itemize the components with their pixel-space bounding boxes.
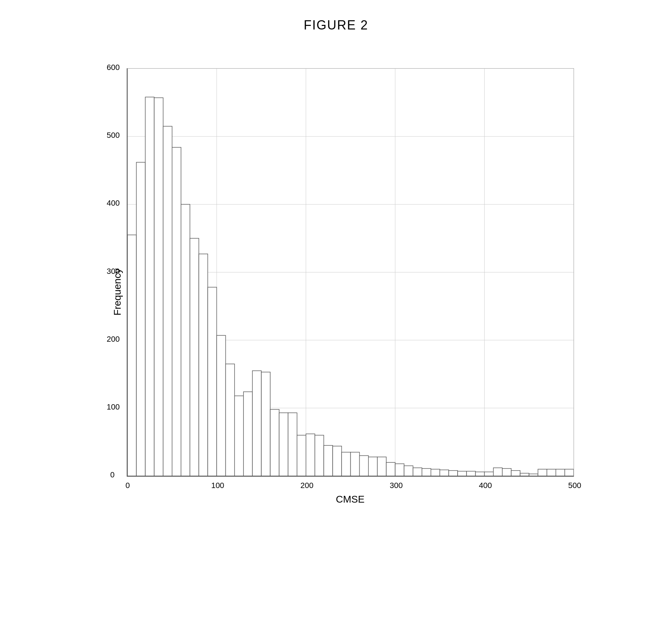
svg-rect-61 <box>556 469 564 476</box>
y-tick-200: 200 <box>107 335 120 344</box>
y-tick-500: 500 <box>107 131 120 140</box>
svg-rect-33 <box>306 434 315 476</box>
svg-rect-47 <box>431 469 439 476</box>
svg-rect-38 <box>350 452 359 476</box>
x-tick-500: 500 <box>568 481 581 490</box>
svg-rect-59 <box>538 469 547 476</box>
svg-rect-14 <box>136 162 145 476</box>
svg-rect-41 <box>377 457 386 476</box>
svg-rect-24 <box>225 364 234 476</box>
svg-rect-51 <box>466 471 475 476</box>
svg-rect-57 <box>520 473 529 476</box>
svg-rect-56 <box>511 471 520 476</box>
svg-rect-50 <box>458 471 466 476</box>
figure-title: FIGURE 2 <box>304 18 368 33</box>
svg-rect-22 <box>208 287 217 476</box>
svg-rect-29 <box>270 410 279 476</box>
svg-rect-32 <box>297 435 306 476</box>
svg-rect-60 <box>547 469 556 476</box>
svg-rect-18 <box>172 147 181 476</box>
svg-rect-35 <box>324 445 333 476</box>
y-tick-300: 300 <box>107 267 120 276</box>
x-tick-100: 100 <box>211 481 224 490</box>
chart-area: 0 100 200 300 400 500 600 0 100 200 300 … <box>127 68 574 477</box>
svg-rect-34 <box>315 435 323 476</box>
y-tick-0: 0 <box>110 470 115 480</box>
svg-rect-31 <box>288 413 297 476</box>
chart-container: Frequency 0 100 200 300 400 500 600 0 10… <box>88 61 585 523</box>
svg-rect-20 <box>190 238 198 476</box>
svg-rect-40 <box>368 457 377 476</box>
svg-rect-15 <box>145 97 154 476</box>
y-tick-600: 600 <box>107 63 120 72</box>
chart-svg <box>127 69 574 476</box>
svg-rect-26 <box>243 392 252 476</box>
svg-rect-17 <box>163 126 172 476</box>
svg-rect-54 <box>493 468 502 476</box>
svg-rect-42 <box>386 462 395 476</box>
svg-rect-19 <box>181 204 190 476</box>
svg-rect-16 <box>154 98 163 476</box>
x-tick-400: 400 <box>479 481 492 490</box>
svg-rect-49 <box>449 471 458 476</box>
x-tick-300: 300 <box>390 481 403 490</box>
svg-rect-46 <box>422 469 431 476</box>
x-tick-200: 200 <box>300 481 313 490</box>
svg-rect-30 <box>279 413 288 476</box>
svg-rect-62 <box>564 469 573 476</box>
svg-rect-28 <box>261 372 270 476</box>
x-tick-0: 0 <box>126 481 130 490</box>
svg-rect-23 <box>217 335 225 476</box>
svg-rect-58 <box>529 474 538 476</box>
y-tick-400: 400 <box>107 199 120 208</box>
svg-rect-55 <box>502 469 511 476</box>
x-axis-label: CMSE <box>127 494 574 505</box>
svg-rect-44 <box>404 466 413 476</box>
svg-rect-43 <box>395 464 404 476</box>
svg-rect-27 <box>252 371 261 476</box>
y-tick-100: 100 <box>107 402 120 412</box>
svg-rect-39 <box>359 456 368 476</box>
svg-rect-37 <box>342 452 350 476</box>
svg-rect-36 <box>333 446 342 476</box>
svg-rect-52 <box>475 472 484 476</box>
svg-rect-25 <box>234 396 243 476</box>
svg-rect-48 <box>439 470 448 476</box>
svg-rect-45 <box>413 468 422 476</box>
svg-rect-13 <box>127 235 136 476</box>
svg-rect-21 <box>199 254 208 476</box>
svg-rect-53 <box>484 472 493 476</box>
